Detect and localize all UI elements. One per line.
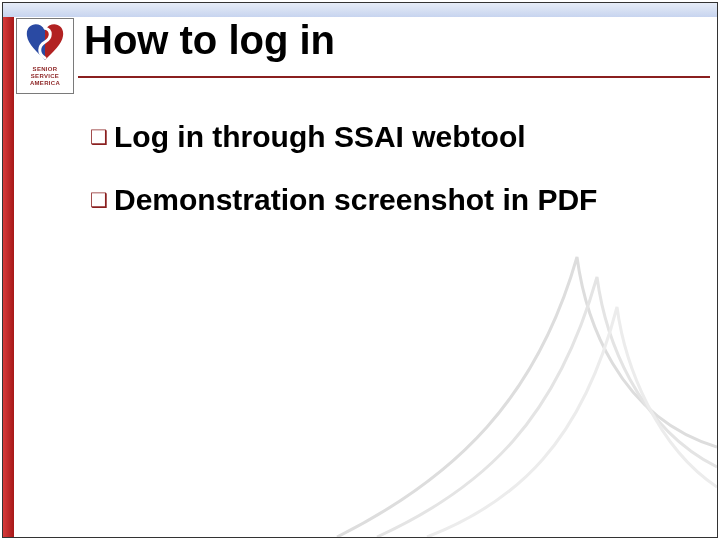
bullet-text: Log in through SSAI webtool	[114, 120, 526, 155]
logo-line3: AMERICA	[30, 80, 60, 87]
logo: SENIOR SERVICE AMERICA	[16, 18, 74, 94]
list-item: ❑ Demonstration screenshot in PDF	[90, 183, 690, 218]
top-gradient-bar	[3, 3, 717, 17]
title-underline	[78, 76, 710, 78]
list-item: ❑ Log in through SSAI webtool	[90, 120, 690, 155]
logo-heart-icon	[22, 22, 68, 64]
bullet-text: Demonstration screenshot in PDF	[114, 183, 597, 218]
slide-border	[2, 2, 718, 538]
logo-line2: SERVICE	[30, 73, 60, 80]
bullet-list: ❑ Log in through SSAI webtool ❑ Demonstr…	[90, 120, 690, 245]
page-title: How to log in	[84, 18, 335, 63]
bullet-square-icon: ❑	[90, 183, 108, 217]
left-red-bar	[3, 17, 14, 537]
logo-text: SENIOR SERVICE AMERICA	[30, 66, 60, 87]
bullet-square-icon: ❑	[90, 120, 108, 154]
logo-line1: SENIOR	[30, 66, 60, 73]
